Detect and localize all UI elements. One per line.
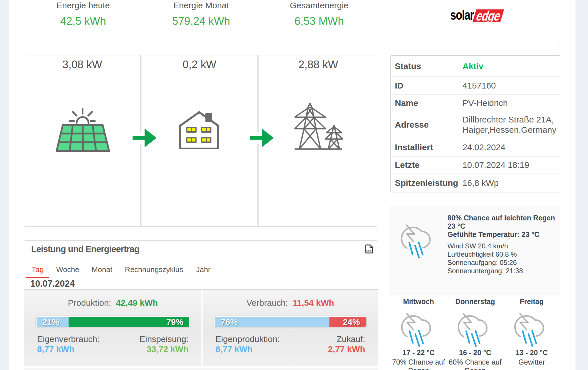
svg-text:CSV: CSV [366, 249, 372, 252]
